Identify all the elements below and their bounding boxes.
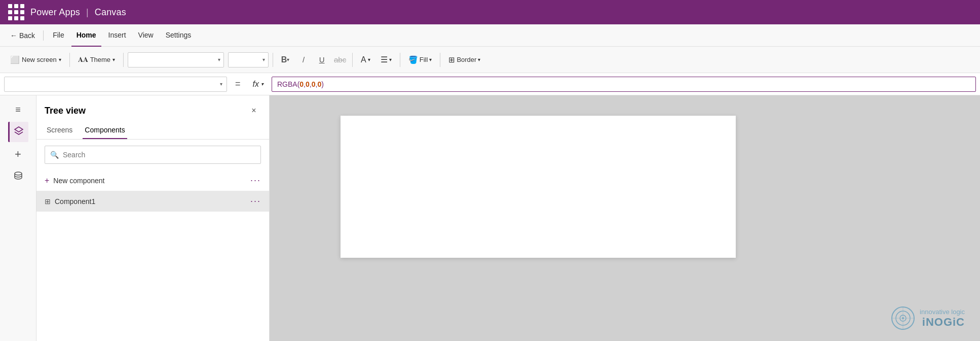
formula-bar: ▾ = fx ▾ RGBA(0, 0, 0, 0): [0, 73, 980, 95]
component1-label: Component1: [55, 197, 246, 206]
formula-arg1: 0: [299, 80, 304, 88]
border-label: Border: [457, 56, 476, 63]
toolbar-sep-6: [440, 53, 440, 67]
toolbar-sep-4: [352, 53, 353, 67]
new-component-label: New component: [53, 177, 246, 185]
strikethrough-button[interactable]: abc: [332, 52, 348, 68]
watermark-brand: iNOGiC: [922, 316, 965, 329]
border-button[interactable]: ⊞ Border ▾: [444, 53, 484, 67]
component1-item[interactable]: ⊞ Component1 ···: [36, 191, 269, 212]
svg-point-0: [15, 172, 22, 175]
fx-button[interactable]: fx ▾: [249, 80, 268, 89]
search-input[interactable]: [63, 151, 255, 159]
back-arrow-icon: ←: [10, 31, 17, 40]
tree-search-box[interactable]: 🔍: [45, 146, 261, 164]
tree-panel: Tree view × Screens Components 🔍 + New c…: [36, 95, 270, 341]
fill-icon: 🪣: [408, 55, 418, 64]
new-screen-button[interactable]: ⬜ New screen ▾: [6, 53, 65, 67]
theme-label: Theme: [90, 56, 110, 63]
name-box[interactable]: ▾: [4, 77, 227, 92]
fill-button[interactable]: 🪣 Fill ▾: [404, 53, 436, 67]
formula-input-display[interactable]: RGBA(0, 0, 0, 0): [272, 77, 976, 92]
toolbar-sep-1: [69, 53, 70, 67]
formula-rgba: RGBA(: [277, 80, 299, 88]
menu-file[interactable]: File: [48, 24, 69, 47]
bold-button[interactable]: B ▾: [277, 52, 293, 68]
size-dropdown[interactable]: ▾: [228, 52, 269, 67]
font-dropdown[interactable]: ▾: [128, 52, 224, 67]
component1-more-button[interactable]: ···: [250, 196, 261, 207]
new-screen-label: New screen: [22, 56, 57, 63]
bold-label: B: [281, 55, 287, 64]
border-icon: ⊞: [448, 55, 455, 64]
new-component-item[interactable]: + New component ···: [36, 170, 269, 191]
left-sidebar: ≡ +: [0, 95, 36, 341]
fill-chevron: ▾: [429, 57, 432, 62]
toolbar: ⬜ New screen ▾ 𝐀𝐀 Theme ▾ ▾ ▾ B ▾ / U ab…: [0, 47, 980, 73]
watermark-tagline: innovative logic: [920, 308, 965, 316]
size-chevron-icon: ▾: [262, 57, 265, 62]
underline-button[interactable]: U: [314, 52, 330, 68]
app-title: Power Apps: [30, 7, 80, 18]
tree-close-button[interactable]: ×: [247, 104, 261, 118]
menu-insert[interactable]: Insert: [103, 24, 131, 47]
sidebar-add-button[interactable]: +: [8, 144, 28, 164]
hamburger-icon: ≡: [15, 105, 21, 115]
watermark-text-block: innovative logic iNOGiC: [920, 308, 965, 329]
equals-sign: =: [231, 79, 245, 89]
menu-view[interactable]: View: [133, 24, 159, 47]
top-bar: Power Apps | Canvas: [0, 0, 980, 24]
toolbar-sep-3: [273, 53, 273, 67]
align-icon: ☰: [381, 55, 388, 64]
canvas-frame: [341, 116, 736, 258]
tree-tabs: Screens Components: [36, 122, 269, 140]
tab-components[interactable]: Components: [83, 122, 127, 139]
sidebar-layers-button[interactable]: [8, 122, 28, 142]
sidebar-hamburger[interactable]: ≡: [8, 99, 28, 120]
watermark-logo: [890, 305, 916, 331]
align-button[interactable]: ☰ ▾: [376, 52, 396, 67]
title-separator: |: [86, 7, 89, 18]
app-grid-icon[interactable]: [8, 4, 24, 20]
font-color-label: A: [361, 55, 366, 64]
underline-label: U: [319, 55, 325, 64]
strikethrough-label: abc: [334, 55, 346, 64]
italic-label: /: [303, 55, 305, 64]
back-button[interactable]: ← Back: [6, 29, 39, 42]
new-screen-icon: ⬜: [10, 55, 20, 64]
font-color-chevron: ▾: [368, 57, 370, 62]
theme-chevron: ▾: [112, 57, 115, 62]
border-chevron: ▾: [478, 57, 480, 62]
layers-icon: [14, 126, 24, 139]
tree-header: Tree view ×: [36, 95, 269, 122]
fx-chevron: ▾: [261, 81, 263, 87]
add-icon: +: [15, 148, 21, 161]
component1-icon: ⊞: [45, 197, 51, 206]
back-label: Back: [19, 31, 35, 40]
canvas-area: innovative logic iNOGiC: [270, 95, 980, 341]
main-area: ≡ + Tree view: [0, 95, 980, 341]
toolbar-sep-5: [400, 53, 400, 67]
search-icon: 🔍: [50, 151, 59, 159]
sidebar-database-button[interactable]: [8, 166, 28, 187]
app-subtitle: Canvas: [95, 7, 126, 18]
database-icon: [13, 170, 23, 183]
fx-label: fx: [253, 80, 259, 89]
font-chevron-icon: ▾: [218, 57, 220, 62]
italic-button[interactable]: /: [295, 52, 312, 68]
menu-bar: ← Back File Home Insert View Settings: [0, 24, 980, 47]
new-component-more-button[interactable]: ···: [250, 175, 261, 186]
new-component-icon: +: [45, 176, 49, 185]
theme-icon: 𝐀𝐀: [78, 55, 88, 64]
menu-home[interactable]: Home: [71, 24, 101, 47]
fill-label: Fill: [420, 56, 428, 63]
bold-chevron: ▾: [287, 57, 289, 62]
font-color-button[interactable]: A ▾: [357, 53, 374, 67]
tree-title: Tree view: [45, 106, 86, 116]
watermark: innovative logic iNOGiC: [890, 305, 965, 331]
tab-screens[interactable]: Screens: [45, 122, 74, 139]
menu-settings[interactable]: Settings: [161, 24, 197, 47]
menu-separator: [43, 30, 44, 41]
theme-button[interactable]: 𝐀𝐀 Theme ▾: [74, 53, 119, 66]
new-screen-chevron: ▾: [59, 57, 61, 62]
